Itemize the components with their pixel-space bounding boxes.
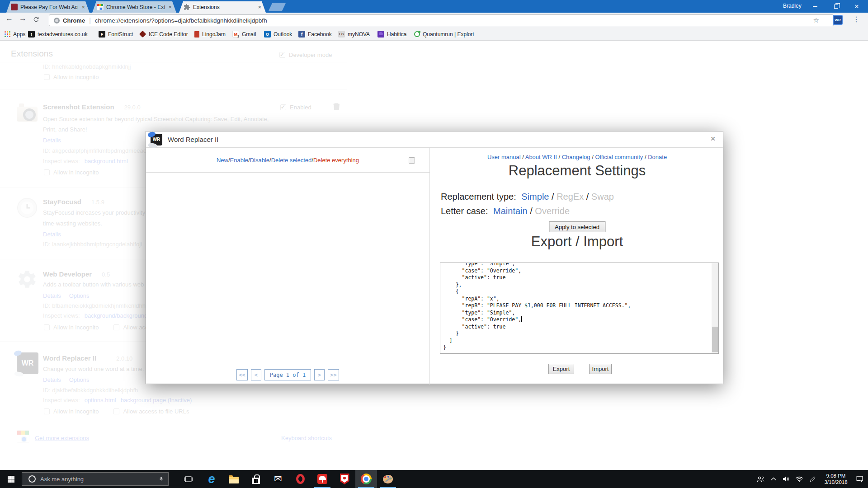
export-import-textarea[interactable]: "type": "Simple", "case": "Override", "a… xyxy=(440,263,719,354)
bookmark-gmail[interactable]: M3 Gmail xyxy=(232,31,256,38)
textarea-scrollbar[interactable] xyxy=(712,263,718,353)
edge-logo: e xyxy=(208,472,215,486)
bookmark-quantumrun[interactable]: Quantumrun | Explori xyxy=(414,31,474,38)
tab-extensions[interactable]: Extensions × xyxy=(179,1,266,13)
replacement-list xyxy=(146,173,429,367)
dialog-close-icon[interactable]: × xyxy=(708,134,718,144)
start-button[interactable] xyxy=(0,470,22,488)
type-simple-option[interactable]: Simple xyxy=(521,192,549,202)
apply-to-selected-button[interactable]: Apply to selected xyxy=(549,221,605,232)
back-icon[interactable]: ← xyxy=(5,14,13,23)
file-explorer-icon[interactable] xyxy=(223,470,245,488)
donate-link[interactable]: Donate xyxy=(648,154,667,160)
quantumrun-icon xyxy=(414,31,420,37)
clock[interactable]: 9:08 PM 3/10/2018 xyxy=(822,473,850,485)
tab-please-pay[interactable]: Please Pay For Web Acce × xyxy=(6,1,90,13)
bookmark-star-icon[interactable]: ☆ xyxy=(813,16,819,24)
reload-icon[interactable] xyxy=(33,16,40,25)
tab-title: Please Pay For Web Acce xyxy=(20,4,78,10)
tab-close-icon[interactable]: × xyxy=(80,4,86,10)
user-manual-link[interactable]: User manual xyxy=(487,154,521,160)
bookmark-label: Facebook xyxy=(308,31,332,38)
textadventures-icon: t xyxy=(28,31,35,38)
tray-time: 9:08 PM xyxy=(826,473,846,479)
import-button[interactable]: Import xyxy=(589,364,612,374)
people-icon[interactable] xyxy=(757,476,765,482)
lingojam-icon xyxy=(194,31,199,38)
next-page-button[interactable]: > xyxy=(314,369,325,380)
pen-icon[interactable] xyxy=(809,476,816,483)
mynova-icon: LG xyxy=(338,31,345,38)
text-caret xyxy=(521,316,522,322)
bookmark-label: textadventures.co.uk xyxy=(38,31,88,38)
forward-icon[interactable]: → xyxy=(19,14,27,23)
case-override-option[interactable]: Override xyxy=(535,206,570,216)
tab-web-store[interactable]: Chrome Web Store - Exte × xyxy=(92,1,176,13)
new-tab-button[interactable] xyxy=(269,3,286,11)
chrome-icon[interactable] xyxy=(355,470,377,488)
delete-selected-link[interactable]: Delete selected xyxy=(271,157,312,164)
apps-grid-icon xyxy=(5,31,10,37)
bookmark-lingojam[interactable]: LingoJam xyxy=(194,31,226,38)
bookmark-mynova[interactable]: LG myNOVA xyxy=(338,31,370,38)
wifi-icon[interactable] xyxy=(795,476,803,483)
close-button[interactable]: ✕ xyxy=(846,0,867,13)
bookmark-fontstruct[interactable]: F FontStruct xyxy=(99,31,133,38)
word-replacer-extension-icon[interactable]: WR xyxy=(833,15,843,25)
bookmark-facebook[interactable]: f Facebook xyxy=(298,31,332,38)
letter-case-label: Letter case: xyxy=(441,206,488,216)
disable-link[interactable]: Disable xyxy=(250,157,269,164)
pagination: << < Page 1 of 1 > >> xyxy=(146,369,429,380)
minimize-button[interactable] xyxy=(805,0,826,13)
bookmark-habitica[interactable]: Habitica xyxy=(377,31,406,38)
bookmark-label: Quantumrun | Explori xyxy=(423,31,474,38)
chrome-menu-icon[interactable]: ⋮ xyxy=(853,15,860,23)
last-page-button[interactable]: >> xyxy=(328,369,339,380)
avira-icon[interactable] xyxy=(311,470,333,488)
mail-icon[interactable]: ✉ xyxy=(267,470,289,488)
browser-toolbar: ← → Chrome | chrome://extensions/?option… xyxy=(0,13,868,28)
shield-app-icon[interactable] xyxy=(334,470,355,488)
hidden-icons-chevron-icon[interactable] xyxy=(771,477,776,481)
export-button[interactable]: Export xyxy=(548,364,574,374)
replacement-list-pane: New / Enable / Disable / Delete selected… xyxy=(146,148,430,385)
type-regex-option[interactable]: RegEx xyxy=(557,192,584,202)
task-view-icon[interactable] xyxy=(177,470,199,488)
taskbar-search[interactable]: Ask me anything xyxy=(22,472,169,486)
ice-code-editor-icon xyxy=(139,31,146,38)
word-replacer-options-dialog: WR Word Replacer II × New / Enable / Dis… xyxy=(146,131,723,384)
prev-page-button[interactable]: < xyxy=(251,369,261,380)
bookmark-outlook[interactable]: O Outlook xyxy=(264,31,292,38)
edge-icon[interactable]: e xyxy=(201,470,222,488)
separator: / xyxy=(549,192,557,202)
changelog-link[interactable]: Changelog xyxy=(562,154,590,160)
scrollbar-thumb[interactable] xyxy=(712,327,718,352)
volume-icon[interactable] xyxy=(782,475,789,483)
bookmark-apps[interactable]: Apps xyxy=(5,31,25,38)
bookmark-ice-code-editor[interactable]: ICE Code Editor xyxy=(139,31,188,38)
about-link[interactable]: About WR II xyxy=(525,154,557,160)
opera-icon[interactable] xyxy=(289,470,311,488)
action-center-icon[interactable] xyxy=(856,475,863,483)
enable-link[interactable]: Enable xyxy=(230,157,248,164)
paint-icon[interactable] xyxy=(377,470,399,488)
tab-close-icon[interactable]: × xyxy=(167,4,173,10)
export-import-heading: Export / Import xyxy=(430,234,724,250)
first-page-button[interactable]: << xyxy=(236,369,247,380)
microphone-icon[interactable] xyxy=(159,475,164,483)
separator: / xyxy=(521,154,525,160)
profile-name[interactable]: Bradley xyxy=(783,3,802,9)
community-link[interactable]: Official community xyxy=(595,154,643,160)
bookmark-label: myNOVA xyxy=(348,31,370,38)
type-swap-option[interactable]: Swap xyxy=(591,192,614,202)
bookmark-textadventures[interactable]: t textadventures.co.uk xyxy=(28,31,88,38)
select-all-checkbox[interactable] xyxy=(409,157,415,164)
address-bar[interactable]: Chrome | chrome://extensions/?options=dj… xyxy=(49,14,834,26)
restore-button[interactable] xyxy=(826,0,846,13)
tab-close-icon[interactable]: × xyxy=(257,4,262,10)
windows-logo-icon xyxy=(8,476,14,483)
delete-everything-link[interactable]: Delete everything xyxy=(313,157,359,164)
new-link[interactable]: New xyxy=(217,157,228,164)
case-maintain-option[interactable]: Maintain xyxy=(493,206,528,216)
windows-store-icon[interactable] xyxy=(245,470,267,488)
